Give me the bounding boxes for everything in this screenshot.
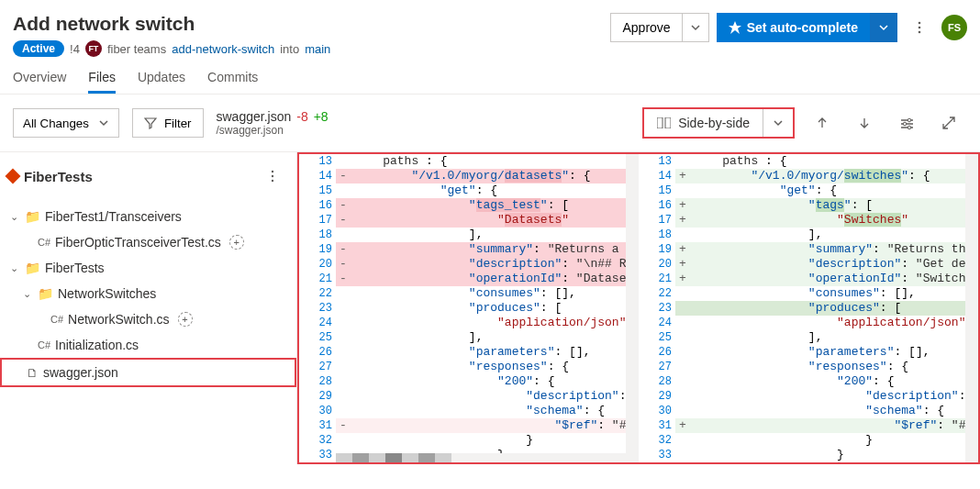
diff-line[interactable]: 20+ "description": "Get detailed s bbox=[639, 257, 978, 272]
diff-line[interactable]: 30 "schema": { bbox=[299, 404, 639, 418]
tree-item[interactable]: C#Initialization.cs bbox=[0, 332, 296, 358]
add-file-button[interactable]: + bbox=[178, 312, 193, 327]
diff-marker bbox=[675, 316, 690, 330]
diff-line[interactable]: 32 } bbox=[639, 433, 978, 448]
diff-line[interactable]: 32 } bbox=[299, 433, 639, 448]
diff-line[interactable]: 18 ], bbox=[299, 228, 639, 242]
approve-dropdown[interactable] bbox=[682, 13, 709, 42]
diff-line[interactable]: 27 "responses": { bbox=[639, 360, 978, 374]
more-actions-button[interactable] bbox=[905, 13, 934, 42]
line-number: 21 bbox=[639, 272, 675, 286]
diff-line[interactable]: 16- "tags_test": [ bbox=[299, 198, 639, 213]
next-diff-button[interactable] bbox=[850, 108, 879, 138]
code-content: "schema": { bbox=[690, 404, 978, 418]
target-branch-link[interactable]: main bbox=[305, 42, 330, 56]
status-badge: Active bbox=[13, 40, 64, 57]
folder-icon: 📁 bbox=[38, 286, 53, 301]
scrollbar[interactable] bbox=[965, 154, 978, 462]
chevron-down-icon bbox=[773, 117, 784, 128]
tree-item[interactable]: ⌄📁NetworkSwitches bbox=[0, 281, 296, 306]
diff-line[interactable]: 30 "schema": { bbox=[639, 404, 978, 418]
add-file-button[interactable]: + bbox=[229, 235, 244, 250]
set-autocomplete-button[interactable]: Set auto-complete bbox=[717, 13, 870, 42]
sidebar-more-button[interactable] bbox=[258, 161, 287, 191]
diff-right-pane[interactable]: 13 paths : {14+ "/v1.0/myorg/switches": … bbox=[639, 154, 978, 462]
view-mode-dropdown[interactable]: Side-by-side bbox=[642, 107, 795, 139]
diff-marker: - bbox=[336, 418, 351, 433]
autocomplete-dropdown[interactable] bbox=[870, 13, 897, 42]
diff-line[interactable]: 25 ], bbox=[299, 330, 639, 345]
filter-button[interactable]: Filter bbox=[132, 108, 204, 138]
diff-marker bbox=[675, 360, 690, 374]
diff-line[interactable]: 24 "application/json" bbox=[299, 316, 639, 330]
prev-diff-button[interactable] bbox=[807, 108, 837, 138]
diff-line[interactable]: 21+ "operationId": "Switches_GetSw bbox=[639, 272, 978, 286]
user-avatar[interactable]: FS bbox=[941, 15, 967, 40]
diff-line[interactable]: 25 ], bbox=[639, 330, 978, 345]
diff-line[interactable]: 22 "consumes": [], bbox=[299, 286, 639, 301]
tree-item[interactable]: C#NetworkSwitch.cs+ bbox=[0, 306, 296, 332]
diff-marker bbox=[675, 228, 690, 242]
diff-line[interactable]: 14+ "/v1.0/myorg/switches": { bbox=[639, 169, 978, 183]
diff-line[interactable]: 17- "Datasets" bbox=[299, 213, 639, 228]
diff-line[interactable]: 31- "$ref": "#/definit bbox=[299, 418, 639, 433]
settings-button[interactable] bbox=[892, 108, 921, 138]
scrollbar[interactable] bbox=[626, 154, 639, 462]
diff-marker: + bbox=[675, 418, 690, 433]
diff-line[interactable]: 19- "summary": "Returns a list of bbox=[299, 242, 639, 257]
tree-item[interactable]: ⌄📁FiberTests bbox=[0, 255, 296, 281]
tree-item[interactable]: 🗋swagger.json bbox=[0, 358, 296, 387]
diff-line[interactable]: 26 "parameters": [], bbox=[639, 345, 978, 360]
diff-line[interactable]: 15 "get": { bbox=[639, 183, 978, 198]
svg-rect-3 bbox=[657, 117, 663, 128]
diff-marker bbox=[675, 345, 690, 360]
tree-item[interactable]: C#FiberOpticTransceiverTest.cs+ bbox=[0, 229, 296, 255]
line-number: 27 bbox=[639, 360, 675, 374]
csharp-icon: C# bbox=[50, 314, 63, 325]
diff-line[interactable]: 13 paths : { bbox=[639, 154, 978, 169]
diff-line[interactable]: 31+ "$ref": "#/definit bbox=[639, 418, 978, 433]
diff-line[interactable]: 19+ "summary": "Returns the select bbox=[639, 242, 978, 257]
deletions-count: -8 bbox=[296, 109, 307, 124]
code-content: "produces": [ bbox=[351, 301, 639, 316]
code-content: "responses": { bbox=[690, 360, 978, 374]
code-content: "produces": [ bbox=[690, 301, 978, 316]
diff-left-pane[interactable]: 13 paths : {14- "/v1.0/myorg/datasets": … bbox=[299, 154, 639, 462]
tab-overview[interactable]: Overview bbox=[13, 70, 66, 94]
approve-button[interactable]: Approve bbox=[610, 13, 681, 42]
diff-line[interactable]: 21- "operationId": "Datasets_GetDa bbox=[299, 272, 639, 286]
diff-line[interactable]: 18 ], bbox=[639, 228, 978, 242]
diff-line[interactable]: 28 "200": { bbox=[299, 374, 639, 389]
tree-item[interactable]: ⌄📁FiberTest1/Transceivers bbox=[0, 204, 296, 229]
source-branch-link[interactable]: add-network-switch bbox=[172, 42, 274, 56]
diff-line[interactable]: 23 "produces": [ bbox=[639, 301, 978, 316]
folder-icon: 📁 bbox=[25, 261, 40, 275]
diff-line[interactable]: 26 "parameters": [], bbox=[299, 345, 639, 360]
sidebar-root[interactable]: FiberTests bbox=[7, 169, 93, 184]
line-number: 22 bbox=[299, 286, 336, 301]
diff-line[interactable]: 29 "description": "OK", bbox=[639, 389, 978, 404]
tab-commits[interactable]: Commits bbox=[207, 70, 258, 94]
tab-updates[interactable]: Updates bbox=[138, 70, 185, 94]
diff-line[interactable]: 17+ "Switches" bbox=[639, 213, 978, 228]
diff-line[interactable]: 15 "get": { bbox=[299, 183, 639, 198]
diff-line[interactable]: 29 "description": "OK", bbox=[299, 389, 639, 404]
changes-dropdown[interactable]: All Changes bbox=[13, 108, 119, 138]
diff-line[interactable]: 20- "description": "\n## Required bbox=[299, 257, 639, 272]
code-content: "operationId": "Datasets_GetDa bbox=[351, 272, 639, 286]
dots-vertical-icon bbox=[913, 21, 926, 34]
diff-line[interactable]: 22 "consumes": [], bbox=[639, 286, 978, 301]
diff-line[interactable]: 27 "responses": { bbox=[299, 360, 639, 374]
meta-row: Active !4 FT fiber teams add-network-swi… bbox=[13, 40, 330, 57]
line-number: 22 bbox=[639, 286, 675, 301]
diff-line[interactable]: 28 "200": { bbox=[639, 374, 978, 389]
diff-line[interactable]: 14- "/v1.0/myorg/datasets": { bbox=[299, 169, 639, 183]
fullscreen-button[interactable] bbox=[934, 108, 963, 138]
diff-line[interactable]: 13 paths : { bbox=[299, 154, 639, 169]
diff-line[interactable]: 23 "produces": [ bbox=[299, 301, 639, 316]
tab-files[interactable]: Files bbox=[88, 70, 116, 94]
diff-line[interactable]: 33 } bbox=[639, 448, 978, 462]
diff-line[interactable]: 16+ "tags": [ bbox=[639, 198, 978, 213]
code-content: "consumes": [], bbox=[690, 286, 978, 301]
diff-line[interactable]: 24 "application/json" bbox=[639, 316, 978, 330]
